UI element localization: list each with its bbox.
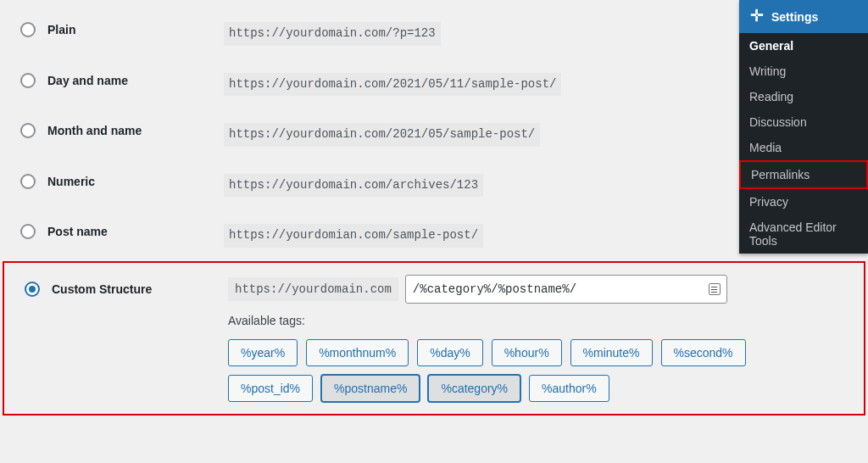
option-label: Post name: [47, 225, 108, 238]
url-sample: https://yourdomain.com/?p=123: [224, 22, 441, 46]
custom-structure-input[interactable]: [405, 275, 727, 304]
tag-year-button[interactable]: %year%: [228, 339, 298, 366]
svg-rect-2: [755, 9, 758, 14]
sidebar-item-discussion[interactable]: Discussion: [739, 109, 868, 135]
radio-option-numeric[interactable]: Numeric: [20, 174, 224, 189]
sidebar-item-reading[interactable]: Reading: [739, 84, 868, 109]
url-sample: https://yourdomain.com/2021/05/sample-po…: [224, 123, 540, 147]
tag-category-button[interactable]: %category%: [428, 375, 520, 402]
permalink-settings-form: Plain https://yourdomain.com/?p=123 Day …: [0, 0, 868, 416]
tag-postid-button[interactable]: %post_id%: [228, 375, 313, 402]
tag-second-button[interactable]: %second%: [661, 339, 746, 366]
option-label: Plain: [47, 23, 75, 36]
sidebar-item-permalinks[interactable]: Permalinks: [739, 160, 868, 189]
tag-hour-button[interactable]: %hour%: [492, 339, 562, 366]
tag-monthnum-button[interactable]: %monthnum%: [306, 339, 409, 366]
radio-icon: [20, 123, 36, 138]
radio-option-dayname[interactable]: Day and name: [20, 73, 224, 88]
custom-url-prefix: https://yourdomain.com: [228, 277, 398, 301]
sidebar-item-privacy[interactable]: Privacy: [739, 189, 868, 215]
radio-icon: [20, 22, 36, 37]
tag-author-button[interactable]: %author%: [529, 375, 609, 402]
sidebar-item-writing[interactable]: Writing: [739, 59, 868, 84]
option-row-postname: Post name https://yourdomian.com/sample-…: [0, 210, 868, 261]
sidebar-header-label: Settings: [771, 10, 818, 24]
sidebar-item-general[interactable]: General: [739, 33, 868, 59]
radio-icon: [25, 282, 40, 297]
radio-icon: [20, 224, 36, 239]
available-tags-label: Available tags:: [228, 314, 864, 327]
option-row-custom: Custom Structure https://yourdomain.com …: [3, 261, 865, 416]
radio-option-custom[interactable]: Custom Structure: [25, 282, 228, 297]
option-label: Custom Structure: [52, 282, 152, 296]
settings-icon: [749, 8, 765, 25]
tag-postname-button[interactable]: %postname%: [321, 375, 420, 402]
settings-submenu: Settings General Writing Reading Discuss…: [739, 0, 868, 254]
url-sample: https://yourdomain.com/archives/123: [224, 174, 483, 198]
option-row-plain: Plain https://yourdomain.com/?p=123: [0, 8, 868, 59]
option-row-dayname: Day and name https://yourdomain.com/2021…: [0, 59, 868, 110]
sidebar-item-media[interactable]: Media: [739, 135, 868, 160]
radio-option-month[interactable]: Month and name: [20, 123, 224, 138]
tag-buttons-container: %year% %monthnum% %day% %hour% %minute% …: [228, 339, 804, 402]
sidebar-item-advanced-editor-tools[interactable]: Advanced Editor Tools: [739, 215, 868, 254]
option-label: Day and name: [47, 74, 128, 87]
svg-rect-0: [751, 14, 756, 16]
sidebar-header-settings[interactable]: Settings: [739, 0, 868, 33]
svg-rect-1: [758, 14, 763, 16]
option-row-month: Month and name https://yourdomain.com/20…: [0, 109, 868, 160]
url-sample: https://yourdomian.com/sample-post/: [224, 224, 483, 248]
option-label: Numeric: [47, 175, 95, 188]
tag-day-button[interactable]: %day%: [417, 339, 482, 366]
radio-icon: [20, 73, 36, 88]
url-sample: https://yourdomain.com/2021/05/11/sample…: [224, 73, 561, 97]
radio-option-postname[interactable]: Post name: [20, 224, 224, 239]
svg-rect-3: [755, 16, 758, 21]
tag-minute-button[interactable]: %minute%: [570, 339, 653, 366]
radio-option-plain[interactable]: Plain: [20, 22, 224, 37]
radio-icon: [20, 174, 36, 189]
option-label: Month and name: [47, 124, 142, 137]
option-row-numeric: Numeric https://yourdomain.com/archives/…: [0, 160, 868, 211]
